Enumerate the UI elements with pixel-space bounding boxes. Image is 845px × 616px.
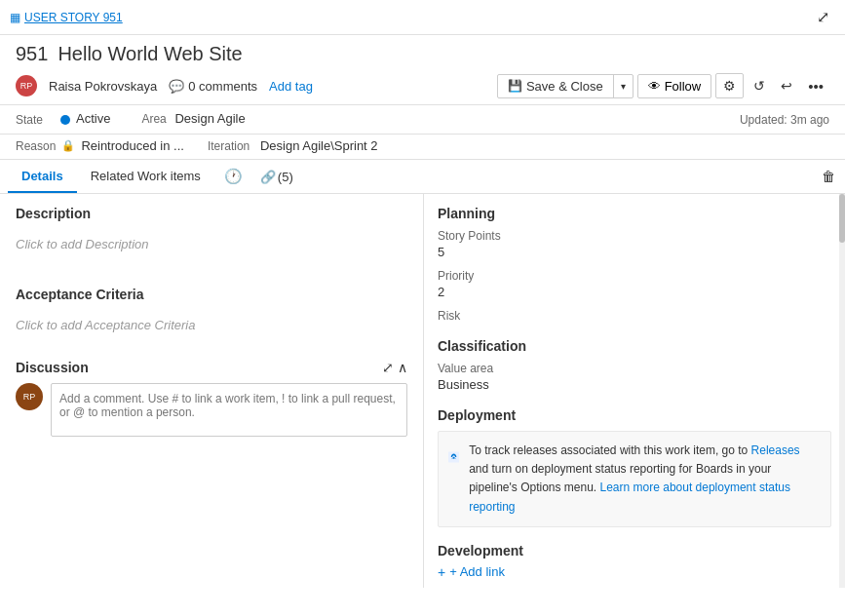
reason-label: Reason xyxy=(16,139,56,153)
avatar-initials: RP xyxy=(20,81,33,91)
comment-icon: 💬 xyxy=(169,79,184,94)
comment-textarea[interactable] xyxy=(51,383,407,437)
description-title: Description xyxy=(16,206,407,221)
tabs-row: Details Related Work items 🕐 🔗 (5) 🗑 xyxy=(0,160,845,194)
tab-links-button[interactable]: 🔗 (5) xyxy=(252,162,301,192)
priority-field: Priority 2 xyxy=(438,269,831,299)
acceptance-section: Acceptance Criteria Click to add Accepta… xyxy=(16,287,407,340)
deploy-text: To track releases associated with this w… xyxy=(469,442,821,517)
classification-section: Classification Value area Business xyxy=(438,338,831,392)
state-label: State xyxy=(16,113,55,127)
releases-link[interactable]: Releases xyxy=(751,443,800,457)
acceptance-title: Acceptance Criteria xyxy=(16,287,407,302)
links-icon: 🔗 xyxy=(260,170,276,184)
story-points-value[interactable]: 5 xyxy=(438,245,831,259)
deploy-icon xyxy=(448,442,459,473)
refresh-button[interactable]: ↺ xyxy=(748,74,771,97)
value-area-value[interactable]: Business xyxy=(438,377,831,392)
breadcrumb-label: USER STORY 951 xyxy=(24,11,123,24)
story-points-field: Story Points 5 xyxy=(438,229,831,259)
item-id: 951 xyxy=(16,43,48,65)
more-button[interactable]: ••• xyxy=(802,74,829,98)
value-area-label: Value area xyxy=(438,362,831,375)
iteration-field: Iteration Design Agile\Sprint 2 xyxy=(208,138,378,153)
description-placeholder[interactable]: Click to add Description xyxy=(16,229,407,259)
fields-row: State Active Area Design Agile Updated: … xyxy=(0,105,845,135)
development-title: Development xyxy=(438,543,831,558)
left-panel: Description Click to add Description Acc… xyxy=(0,194,424,588)
state-value[interactable]: Active xyxy=(76,111,110,128)
main-content: Description Click to add Description Acc… xyxy=(0,194,845,588)
item-title: Hello World Web Site xyxy=(58,43,242,65)
comment-input-row: RP xyxy=(16,383,407,437)
discussion-section: Discussion ⤢ ∧ RP xyxy=(16,360,407,437)
follow-button[interactable]: 👁 Follow xyxy=(637,74,712,98)
priority-value[interactable]: 2 xyxy=(438,285,831,299)
fields-row-2: Reason 🔒 Reintroduced in ... Iteration D… xyxy=(0,135,845,160)
discussion-title: Discussion xyxy=(16,360,89,375)
iteration-value[interactable]: Design Agile\Sprint 2 xyxy=(260,138,378,153)
links-count: (5) xyxy=(278,170,293,184)
undo-button[interactable]: ↩ xyxy=(775,74,798,97)
plus-icon: + xyxy=(438,564,445,580)
discussion-expand-button[interactable]: ⤢ xyxy=(382,360,394,375)
tab-trash-button[interactable]: 🗑 xyxy=(812,161,845,192)
risk-label: Risk xyxy=(438,309,831,323)
deploy-text-before: To track releases associated with this w… xyxy=(469,443,750,457)
lock-icon: 🔒 xyxy=(61,139,75,152)
eye-icon: 👁 xyxy=(648,79,661,94)
planning-section: Planning Story Points 5 Priority 2 Risk xyxy=(438,206,831,323)
author-name: Raisa Pokrovskaya xyxy=(49,79,157,94)
tab-history-button[interactable]: 🕐 xyxy=(214,160,252,193)
save-close-main[interactable]: 💾 Save & Close xyxy=(498,75,614,97)
save-close-label: Save & Close xyxy=(526,79,603,94)
comments-count: 0 comments xyxy=(188,79,257,94)
follow-label: Follow xyxy=(665,79,702,94)
deployment-section: Deployment To track releases associated … xyxy=(438,407,831,527)
iteration-label: Iteration xyxy=(208,139,254,153)
breadcrumb-icon: ▦ xyxy=(10,11,20,24)
planning-title: Planning xyxy=(438,206,831,221)
comment-avatar: RP xyxy=(16,383,43,410)
deployment-box: To track releases associated with this w… xyxy=(438,431,831,527)
save-icon: 💾 xyxy=(508,79,522,93)
top-bar-right: ⤢ xyxy=(811,5,835,29)
development-section: Development + + Add link Link an Azure R… xyxy=(438,543,831,588)
area-field: Area Design Agile xyxy=(141,111,245,126)
meta-row: RP Raisa Pokrovskaya 💬 0 comments Add ta… xyxy=(0,69,845,105)
add-tag-button[interactable]: Add tag xyxy=(269,79,313,94)
meta-actions: 💾 Save & Close ▾ 👁 Follow ⚙ ↺ ↩ ••• xyxy=(497,73,829,98)
title-row: 951 Hello World Web Site xyxy=(0,35,845,69)
add-link-button[interactable]: + + Add link xyxy=(438,564,505,580)
expand-button[interactable]: ⤢ xyxy=(811,5,835,29)
right-scrollbar-track[interactable] xyxy=(839,194,845,588)
tab-details[interactable]: Details xyxy=(8,161,77,193)
status-dot xyxy=(60,115,70,125)
right-scrollbar-thumb[interactable] xyxy=(839,194,845,243)
right-panel: Planning Story Points 5 Priority 2 Risk … xyxy=(424,194,845,588)
avatar: RP xyxy=(16,75,37,96)
deployment-title: Deployment xyxy=(438,407,831,423)
reason-value[interactable]: Reintroduced in ... xyxy=(81,138,184,153)
priority-label: Priority xyxy=(438,269,831,283)
story-points-label: Story Points xyxy=(438,229,831,243)
add-link-label: + Add link xyxy=(449,564,505,579)
value-area-field: Value area Business xyxy=(438,362,831,392)
area-value[interactable]: Design Agile xyxy=(174,111,245,126)
classification-title: Classification xyxy=(438,338,831,354)
comments-link[interactable]: 💬 0 comments xyxy=(169,79,257,94)
discussion-header: Discussion ⤢ ∧ xyxy=(16,360,407,375)
save-close-dropdown[interactable]: ▾ xyxy=(614,77,633,96)
acceptance-placeholder[interactable]: Click to add Acceptance Criteria xyxy=(16,310,407,340)
risk-field: Risk xyxy=(438,309,831,323)
gear-button[interactable]: ⚙ xyxy=(715,73,744,98)
breadcrumb[interactable]: ▦ USER STORY 951 xyxy=(10,11,123,24)
state-field: State Active xyxy=(16,111,110,128)
discussion-actions: ⤢ ∧ xyxy=(382,360,407,375)
discussion-collapse-button[interactable]: ∧ xyxy=(398,360,407,375)
area-label: Area xyxy=(141,112,169,126)
save-close-button[interactable]: 💾 Save & Close ▾ xyxy=(497,74,634,98)
updated-text: Updated: 3m ago xyxy=(740,113,829,127)
tab-related[interactable]: Related Work items xyxy=(77,161,214,193)
reason-field: Reason 🔒 Reintroduced in ... xyxy=(16,138,184,153)
